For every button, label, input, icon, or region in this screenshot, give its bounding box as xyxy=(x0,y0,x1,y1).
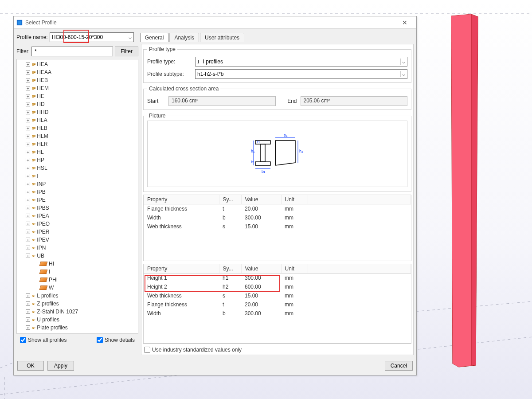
tab-general[interactable]: General xyxy=(140,33,169,42)
tree-item[interactable]: +$FHEAA xyxy=(26,68,137,76)
tree-item-label[interactable]: IPEA xyxy=(37,213,49,219)
property-table-1[interactable]: Property Sy... Value Unit Flange thickne… xyxy=(143,195,411,261)
tree-item-label[interactable]: HE xyxy=(37,93,44,99)
tree-item-label[interactable]: HL xyxy=(37,149,43,155)
tree-item-label[interactable]: U profiles xyxy=(37,317,59,323)
expand-icon[interactable]: + xyxy=(26,158,30,162)
expand-icon[interactable]: + xyxy=(26,198,30,202)
profile-subtype-input[interactable] xyxy=(196,70,400,78)
tree-item[interactable]: +$FHEA xyxy=(26,60,137,68)
expand-icon[interactable]: + xyxy=(26,126,30,130)
expand-icon[interactable]: + xyxy=(26,246,30,250)
chevron-down-icon[interactable]: ⌵ xyxy=(400,71,407,77)
filter-button[interactable]: Filter xyxy=(115,47,138,56)
tree-item[interactable]: +$FHEM xyxy=(26,84,137,92)
expand-icon[interactable]: + xyxy=(26,222,30,226)
table-row[interactable]: Widthb300.00mm xyxy=(144,309,411,318)
tree-item-label[interactable]: HLR xyxy=(37,141,47,147)
tree-item[interactable]: +$FHLR xyxy=(26,140,137,148)
expand-icon[interactable]: + xyxy=(26,174,30,178)
tree-item[interactable]: +$FIPBS xyxy=(26,204,137,212)
tree-item-label[interactable]: HEB xyxy=(37,77,48,83)
expand-icon[interactable]: + xyxy=(26,110,30,114)
tree-item[interactable]: +$FU profiles xyxy=(26,316,137,324)
show-details-checkbox[interactable]: Show details xyxy=(97,337,135,343)
tree-item[interactable]: +$FHP xyxy=(26,156,137,164)
expand-icon[interactable]: + xyxy=(26,166,30,170)
expand-icon[interactable]: + xyxy=(26,214,30,218)
expand-icon[interactable]: + xyxy=(26,78,30,82)
tree-item-label[interactable]: HLA xyxy=(37,117,47,123)
tree-item-label[interactable]: HP xyxy=(37,157,44,163)
profile-name-input[interactable] xyxy=(50,33,127,41)
tree-item-label[interactable]: Z-Stahl DIN 1027 xyxy=(37,309,78,315)
tree-item-label[interactable]: IPN xyxy=(37,245,46,251)
tree-item[interactable]: +$FI xyxy=(26,172,137,180)
ok-button[interactable]: OK xyxy=(17,361,44,371)
tree-item[interactable]: +$FZ profiles xyxy=(26,300,137,308)
expand-icon[interactable]: + xyxy=(26,325,30,330)
show-all-profiles-checkbox[interactable]: Show all profiles xyxy=(20,337,66,343)
expand-icon[interactable]: + xyxy=(26,86,30,90)
tree-item-label[interactable]: HI xyxy=(49,261,54,267)
profile-name-combo[interactable]: ⌵ xyxy=(50,32,134,42)
tree-item[interactable]: +$FHEB xyxy=(26,76,137,84)
tree-item[interactable]: +$FPlate profiles xyxy=(26,324,137,332)
tree-item[interactable]: +$FHLM xyxy=(26,132,137,140)
tree-item-label[interactable]: HD xyxy=(37,101,44,107)
filter-input[interactable] xyxy=(31,47,113,56)
tab-analysis[interactable]: Analysis xyxy=(169,33,199,42)
tree-item-label[interactable]: HLM xyxy=(37,133,48,139)
tree-item-label[interactable]: I xyxy=(37,173,38,179)
tab-user-attributes[interactable]: User attributes xyxy=(200,33,244,42)
tree-item[interactable]: +$FHHD xyxy=(26,108,137,116)
tree-item-label[interactable]: HSL xyxy=(37,165,47,171)
tree-item[interactable]: +$FHLA xyxy=(26,116,137,124)
expand-icon[interactable]: + xyxy=(26,254,30,258)
table-row[interactable]: Web thicknesss15.00mm xyxy=(144,222,411,231)
tree-item-label[interactable]: PHI xyxy=(49,277,58,283)
table-row[interactable]: Widthb300.00mm xyxy=(144,213,411,222)
tree-item[interactable]: +$FL profiles xyxy=(26,292,137,300)
expand-icon[interactable]: + xyxy=(26,206,30,210)
expand-icon[interactable]: + xyxy=(26,102,30,106)
expand-icon[interactable]: + xyxy=(26,142,30,146)
tree-item[interactable]: +$FINP xyxy=(26,180,137,188)
tree-item-label[interactable]: HLB xyxy=(37,125,47,131)
close-button[interactable]: ✕ xyxy=(396,19,414,26)
tree-item[interactable]: +$FUB xyxy=(26,252,137,260)
tree-item-label[interactable]: INP xyxy=(37,181,46,187)
tree-item-label[interactable]: HEA xyxy=(37,61,48,67)
tree-item[interactable]: +$FIPN xyxy=(26,244,137,252)
tree-item-label[interactable]: I xyxy=(49,269,50,275)
profile-tree[interactable]: +$FHEA+$FHEAA+$FHEB+$FHEM+$FHE+$FHD+$FHH… xyxy=(16,59,138,334)
tree-item[interactable]: +$FHSL xyxy=(26,164,137,172)
expand-icon[interactable]: + xyxy=(26,238,30,242)
tree-item-label[interactable]: IPEV xyxy=(37,237,49,243)
tree-item-label[interactable]: IPEO xyxy=(37,221,50,227)
tree-item[interactable]: +$FIPEV xyxy=(26,236,137,244)
tree-item-label[interactable]: HEAA xyxy=(37,69,51,75)
tree-item[interactable]: I xyxy=(26,268,137,276)
expand-icon[interactable]: + xyxy=(26,118,30,122)
expand-icon[interactable]: + xyxy=(26,150,30,154)
tree-item-label[interactable]: Z profiles xyxy=(37,301,59,307)
tree-item[interactable]: +$FHLB xyxy=(26,124,137,132)
expand-icon[interactable]: + xyxy=(26,134,30,138)
tree-item[interactable]: W xyxy=(26,284,137,292)
property-table-2[interactable]: Property Sy... Value Unit Height 1h1300.… xyxy=(143,264,411,344)
tree-item-label[interactable]: IPB xyxy=(37,189,45,195)
tree-item-label[interactable]: L profiles xyxy=(37,293,58,299)
tree-item[interactable]: +$FHL xyxy=(26,148,137,156)
tree-item[interactable]: +$FHE xyxy=(26,92,137,100)
tree-item-label[interactable]: Plate profiles xyxy=(37,325,67,331)
tree-item[interactable]: +$FIPEA xyxy=(26,212,137,220)
chevron-down-icon[interactable]: ⌵ xyxy=(127,34,133,40)
expand-icon[interactable]: + xyxy=(26,301,30,306)
expand-icon[interactable]: + xyxy=(26,317,30,322)
cancel-button[interactable]: Cancel xyxy=(385,361,413,371)
table-row[interactable]: Height 2h2600.00mm xyxy=(144,282,411,291)
expand-icon[interactable]: + xyxy=(26,309,30,314)
use-industry-checkbox[interactable]: Use industry standardized values only xyxy=(144,347,242,353)
tree-item-label[interactable]: UB xyxy=(37,253,44,259)
